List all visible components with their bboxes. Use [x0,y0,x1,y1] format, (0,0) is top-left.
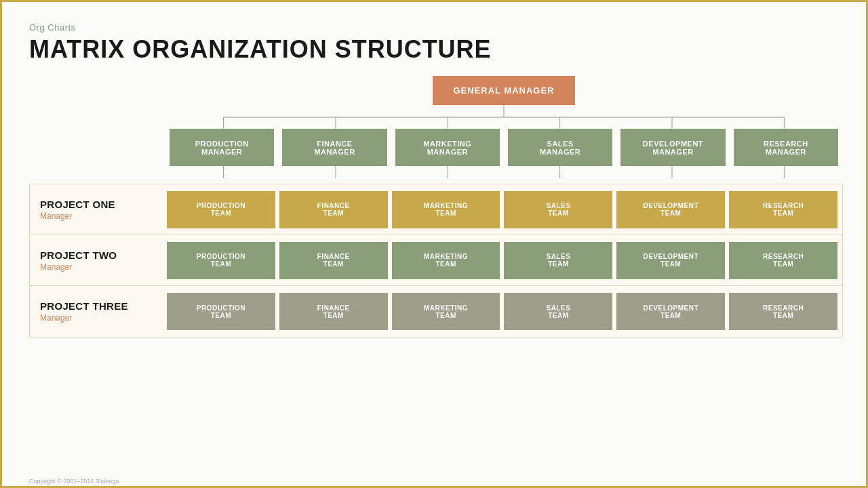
manager-marketing: MARKETINGMANAGER [395,129,500,166]
team-p2-research: RESEARCHTEAM [729,242,837,279]
team-p3-finance: FINANCETEAM [279,293,388,330]
team-p3-marketing: MARKETINGTEAM [392,293,500,330]
team-p1-finance: FINANCETEAM [279,191,388,228]
team-p2-sales: SALESTEAM [504,242,612,279]
footer: Copyright © 2001–2016 Slidesgo [29,478,119,485]
team-p2-production: PRODUCTIONTEAM [167,242,275,279]
project-one-sub: Manager [40,211,152,221]
project-two-row: PROJECT TWO Manager PRODUCTIONTEAM FINAN… [30,235,842,286]
team-p1-sales: SALESTEAM [504,191,612,228]
connector-svg [167,105,840,129]
manager-connector-svg [167,166,840,178]
team-p2-development: DEVELOPMENTTEAM [616,242,725,279]
project-one-name: PROJECT ONE [40,199,152,210]
gm-label: GENERAL MANAGER [453,85,554,96]
gm-box: GENERAL MANAGER [433,76,574,105]
manager-research: RESEARCHMANAGER [734,129,838,166]
matrix-container: PROJECT ONE Manager PRODUCTIONTEAM FINAN… [29,184,843,338]
managers-row: PRODUCTIONMANAGER FINANCEMANAGER MARKETI… [29,129,843,166]
project-three-row: PROJECT THREE Manager PRODUCTIONTEAM FIN… [30,286,842,337]
team-p1-production: PRODUCTIONTEAM [167,191,275,228]
team-p1-research: RESEARCHTEAM [729,191,837,228]
manager-production: PRODUCTIONMANAGER [170,129,274,166]
team-p3-sales: SALESTEAM [504,293,612,330]
project-three-name: PROJECT THREE [40,300,152,312]
team-p1-marketing: MARKETINGTEAM [392,191,500,228]
project-two-name: PROJECT TWO [40,249,152,261]
project-one-cell: PROJECT ONE Manager [30,184,162,235]
project-three-teams: PRODUCTIONTEAM FINANCETEAM MARKETINGTEAM… [162,286,842,337]
subtitle: Org Charts [29,22,843,33]
team-p3-research: RESEARCHTEAM [729,293,837,330]
team-p2-marketing: MARKETINGTEAM [392,242,500,279]
project-three-sub: Manager [40,313,152,323]
manager-finance: FINANCEMANAGER [282,129,387,166]
project-one-teams: PRODUCTIONTEAM FINANCETEAM MARKETINGTEAM… [162,184,842,235]
team-p1-development: DEVELOPMENTTEAM [616,191,725,228]
project-two-sub: Manager [40,262,152,272]
manager-development: DEVELOPMENTMANAGER [620,129,725,166]
org-chart: GENERAL MANAGER P [29,76,843,338]
team-p3-production: PRODUCTIONTEAM [167,293,275,330]
project-three-cell: PROJECT THREE Manager [30,286,162,337]
project-two-cell: PROJECT TWO Manager [30,235,162,285]
manager-sales: SALESMANAGER [508,129,612,166]
main-title: MATRIX ORGANIZATION STRUCTURE [29,35,843,64]
project-two-teams: PRODUCTIONTEAM FINANCETEAM MARKETINGTEAM… [162,235,842,285]
team-p3-development: DEVELOPMENTTEAM [616,293,725,330]
project-one-row: PROJECT ONE Manager PRODUCTIONTEAM FINAN… [30,184,842,235]
page: Org Charts MATRIX ORGANIZATION STRUCTURE… [2,2,868,488]
managers-flex: PRODUCTIONMANAGER FINANCEMANAGER MARKETI… [165,129,843,166]
team-p2-finance: FINANCETEAM [279,242,388,279]
